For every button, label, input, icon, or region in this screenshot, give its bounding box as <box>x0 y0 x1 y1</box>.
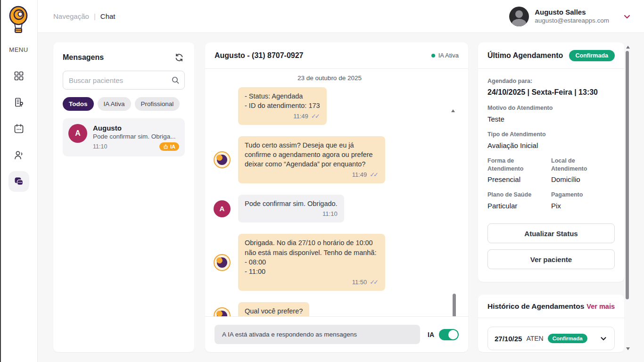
calendar-icon <box>13 123 25 134</box>
chat-title: Augusto - (31) 8707-0927 <box>215 51 304 60</box>
search-input[interactable] <box>63 71 185 90</box>
chat-status-label: IA Ativa <box>438 52 459 59</box>
chat-messages-area[interactable]: 23 de outubro de 2025 - Status: Agendada… <box>205 69 468 316</box>
refresh-button[interactable] <box>173 52 185 63</box>
message-bubble: Qual você prefere? 11:50 <box>238 302 309 316</box>
field-value: Domicílio <box>551 175 615 183</box>
read-receipt-icon <box>370 279 379 286</box>
chat-scrollbar-thumb[interactable] <box>453 294 456 316</box>
field-value: 24/10/2025 | Sexta-Feira | 13:30 <box>487 88 615 97</box>
see-more-link[interactable]: Ver mais <box>586 303 615 310</box>
user-avatar <box>509 7 529 26</box>
field-label: Pagamento <box>551 191 615 199</box>
message-text: Obrigada. No dia 27/10 o horário de 10:0… <box>245 238 379 276</box>
appointment-field: Local de Atendimento Domicílio <box>551 157 615 184</box>
history-date: 27/10/25 <box>495 335 522 343</box>
patients-icon <box>13 149 25 161</box>
breadcrumb: Navegação|Chat <box>53 12 115 21</box>
message-text: Pode confirmar sim. Obrigado. <box>245 199 338 208</box>
appointment-field: Plano de Saúde Particular <box>487 191 551 210</box>
chat-message: Tudo certo assim? Deseja que eu já confi… <box>214 136 446 183</box>
menu-label: MENU <box>0 46 37 53</box>
chat-scroll-up-arrow[interactable] <box>451 109 455 112</box>
chat-icon <box>13 176 25 187</box>
chat-status: IA Ativa <box>431 52 459 59</box>
ia-toggle-label: IA <box>428 331 434 338</box>
sidebar-item-calendar[interactable] <box>8 118 29 139</box>
read-receipt-icon <box>311 113 320 120</box>
message-bubble: Pode confirmar sim. Obrigado. 11:10 <box>238 195 344 222</box>
page-scroll-down-arrow[interactable] <box>626 347 630 350</box>
avatar: A <box>68 124 87 143</box>
status-dot-icon <box>431 54 435 58</box>
field-value: Presencial <box>487 175 551 183</box>
page-scrollbar-thumb[interactable] <box>626 51 629 299</box>
appointment-field: Pagamento Pix <box>551 191 615 210</box>
message-time: 11:49 <box>352 171 367 178</box>
filter-chip[interactable]: IA Ativa <box>98 97 131 111</box>
message-text: Qual você prefere? <box>245 306 303 316</box>
user-menu[interactable]: Augusto Salles augusto@estareapps.com <box>509 7 632 26</box>
field-label: Motivo do Atendimento <box>487 104 615 112</box>
chat-message: - Status: Agendada- ID do atendimento: 1… <box>214 87 446 125</box>
field-label: Agendado para: <box>487 77 615 85</box>
field-value: Particular <box>487 202 551 210</box>
message-bubble: Obrigada. No dia 27/10 o horário de 10:0… <box>238 234 385 290</box>
history-item[interactable]: 27/10/25 ATEN Confirmada <box>487 327 615 350</box>
message-bubble: - Status: Agendada- ID do atendimento: 1… <box>238 87 327 125</box>
status-badge: Confirmada <box>569 50 615 61</box>
chat-footer: A IA está ativada e respondendo as mensa… <box>205 316 468 352</box>
chat-message: Qual você prefere? 11:50 <box>214 302 446 316</box>
chat-header: Augusto - (31) 8707-0927 IA Ativa <box>205 42 468 69</box>
refresh-icon <box>174 53 184 62</box>
appointment-field: Motivo do Atendimento Teste <box>487 104 615 123</box>
dashboard-icon <box>13 70 25 82</box>
appointment-field: Tipo de Atendimento Avaliação Inicial <box>487 131 615 149</box>
message-time: 11:50 <box>352 279 367 286</box>
ia-toggle[interactable] <box>439 329 459 340</box>
sidebar-item-chat[interactable] <box>8 171 29 192</box>
message-text: - Status: Agendada- ID do atendimento: 1… <box>245 91 320 111</box>
sidebar-item-patients[interactable] <box>8 145 29 165</box>
topbar: Navegação|Chat Augusto Salles augusto@es… <box>38 0 644 33</box>
appointment-action-button[interactable]: Ver paciente <box>487 249 615 269</box>
patient-avatar: A <box>214 200 231 217</box>
read-receipt-icon <box>370 171 379 178</box>
field-label: Plano de Saúde <box>487 191 551 199</box>
conversation-item[interactable]: A Augusto Pode confirmar sim. Obriga... … <box>63 118 185 156</box>
history-title: Histórico de Agendamentos <box>487 302 584 311</box>
ai-avatar <box>214 151 231 168</box>
sidebar-nav <box>0 66 37 192</box>
filter-chip[interactable]: Profissional <box>135 97 180 111</box>
chat-panel: Augusto - (31) 8707-0927 IA Ativa 23 de … <box>205 42 468 352</box>
date-separator: 23 de outubro de 2025 <box>214 74 446 82</box>
filter-chips: Todos IA Ativa Profissional <box>63 97 185 111</box>
breadcrumb-section[interactable]: Navegação <box>53 12 89 20</box>
appointment-title: Último Agendamento <box>487 51 563 60</box>
field-label: Local de Atendimento <box>551 157 615 173</box>
chat-message: Obrigada. No dia 27/10 o horário de 10:0… <box>214 234 446 290</box>
robot-icon <box>163 144 168 149</box>
sidebar-item-clinic[interactable] <box>8 92 29 113</box>
chevron-down-icon <box>622 12 632 21</box>
appointment-field: Forma de Atendimento Presencial <box>487 157 551 184</box>
user-name: Augusto Salles <box>535 8 609 17</box>
field-value: Teste <box>487 115 615 123</box>
field-value: Avaliação Inicial <box>487 141 615 149</box>
search-icon <box>171 76 180 86</box>
clinic-icon <box>13 97 25 108</box>
chat-message: A Pode confirmar sim. Obrigado. 11:10 <box>214 195 446 222</box>
sidebar-item-dashboard[interactable] <box>8 66 29 86</box>
page-scroll-up-arrow[interactable] <box>626 46 630 49</box>
conversation-list: A Augusto Pode confirmar sim. Obriga... … <box>63 118 185 156</box>
messages-title: Mensagens <box>63 53 104 62</box>
appointment-panel: Último Agendamento Confirmada Agendado p… <box>478 42 624 282</box>
conversation-preview: Pode confirmar sim. Obriga... <box>93 133 179 140</box>
breadcrumb-current: Chat <box>100 12 116 20</box>
ia-badge: IA <box>159 142 179 151</box>
appointment-action-button[interactable]: Atualizar Status <box>487 223 615 243</box>
breadcrumb-separator: | <box>94 12 96 20</box>
appointment-field: Agendado para: 24/10/2025 | Sexta-Feira … <box>487 77 615 97</box>
filter-chip[interactable]: Todos <box>63 97 94 111</box>
chevron-down-icon[interactable] <box>599 334 608 343</box>
